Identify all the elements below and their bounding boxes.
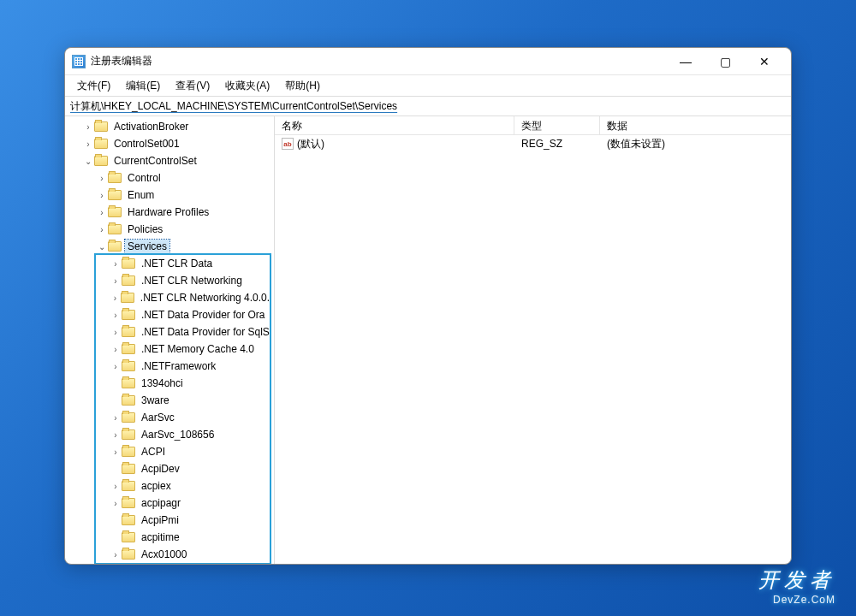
tree-item[interactable]: ›ControlSet001 xyxy=(65,135,274,152)
tree-label: AarSvc xyxy=(139,411,177,424)
expand-icon[interactable]: › xyxy=(110,499,122,508)
folder-icon xyxy=(121,293,134,303)
tree-label: ActivationBroker xyxy=(111,120,191,133)
folder-icon xyxy=(122,429,135,440)
window-title: 注册表编辑器 xyxy=(91,54,666,68)
expand-icon[interactable]: › xyxy=(110,447,122,457)
expand-icon[interactable]: › xyxy=(96,208,108,217)
menu-help[interactable]: 帮助(H) xyxy=(278,77,327,95)
folder-icon xyxy=(122,532,135,542)
tree-label: Enum xyxy=(125,188,157,202)
tree-item[interactable]: 1394ohci xyxy=(65,375,274,392)
expand-icon[interactable]: › xyxy=(110,293,121,303)
tree-item[interactable]: ⌄Services xyxy=(65,238,274,255)
tree-item[interactable]: ›.NET Data Provider for SqlS xyxy=(65,323,274,341)
tree-label: .NET Data Provider for SqlS xyxy=(139,325,272,339)
folder-icon xyxy=(122,275,135,286)
col-name[interactable]: 名称 xyxy=(275,116,514,134)
col-data[interactable]: 数据 xyxy=(600,116,791,134)
list-body: ab(默认)REG_SZ(数值未设置) xyxy=(275,135,791,564)
value-row[interactable]: ab(默认)REG_SZ(数值未设置) xyxy=(275,135,791,152)
tree-item[interactable]: ›.NET CLR Networking 4.0.0. xyxy=(65,289,274,306)
tree-label: Hardware Profiles xyxy=(125,205,211,219)
tree-item[interactable]: ›ActivationBroker xyxy=(65,118,274,135)
expand-icon[interactable]: › xyxy=(110,550,122,560)
regedit-window: 注册表编辑器 — ▢ ✕ 文件(F) 编辑(E) 查看(V) 收藏夹(A) 帮助… xyxy=(64,47,792,565)
expand-icon[interactable]: › xyxy=(110,259,122,269)
expand-icon[interactable]: › xyxy=(110,311,122,320)
tree-label: .NET Memory Cache 4.0 xyxy=(139,342,257,356)
expand-icon[interactable]: › xyxy=(96,191,108,200)
tree-item[interactable]: ›acpiex xyxy=(65,477,274,495)
value-name: (默认) xyxy=(297,137,324,151)
expand-icon[interactable]: ⌄ xyxy=(96,242,108,252)
folder-icon xyxy=(122,378,135,388)
tree-item[interactable]: ›.NETFramework xyxy=(65,358,274,375)
folder-icon xyxy=(122,447,135,457)
tree-item[interactable]: ›Hardware Profiles xyxy=(65,204,274,221)
expand-icon[interactable]: › xyxy=(82,122,94,132)
folder-icon xyxy=(94,139,108,149)
brand-en: DevZe.CoM xyxy=(758,594,835,606)
folder-icon xyxy=(108,173,122,183)
menu-edit[interactable]: 编辑(E) xyxy=(119,77,167,95)
tree-item[interactable]: ›AarSvc_108656 xyxy=(65,426,274,443)
tree-item[interactable]: ›Control xyxy=(65,169,274,187)
tree-item[interactable]: ›.NET CLR Data xyxy=(65,255,274,272)
tree-item[interactable]: ›ACPI xyxy=(65,443,274,460)
expand-icon[interactable]: › xyxy=(110,345,122,354)
folder-icon xyxy=(122,481,135,491)
content-area: ›ActivationBroker›ControlSet001⌄CurrentC… xyxy=(65,116,791,564)
expand-icon[interactable]: › xyxy=(110,362,122,371)
tree-item[interactable]: acpitime xyxy=(65,529,274,546)
tree-item[interactable]: ›Enum xyxy=(65,187,274,204)
tree-item[interactable]: ›.NET CLR Networking xyxy=(65,272,274,289)
expand-icon[interactable]: › xyxy=(110,482,122,491)
close-button[interactable]: ✕ xyxy=(745,49,784,74)
expand-icon[interactable]: › xyxy=(110,430,122,440)
tree-pane[interactable]: ›ActivationBroker›ControlSet001⌄CurrentC… xyxy=(65,116,275,564)
tree-label: Control xyxy=(125,171,163,185)
tree-label: Acx01000 xyxy=(139,548,189,561)
folder-icon xyxy=(122,395,135,406)
titlebar: 注册表编辑器 — ▢ ✕ xyxy=(65,48,791,75)
tree-label: ControlSet001 xyxy=(111,137,182,151)
tree-label: AcpiPmi xyxy=(139,513,181,527)
tree-label: Policies xyxy=(125,222,165,236)
menu-favorites[interactable]: 收藏夹(A) xyxy=(218,77,276,95)
expand-icon[interactable]: › xyxy=(110,276,122,286)
address-bar[interactable]: 计算机\HKEY_LOCAL_MACHINE\SYSTEM\CurrentCon… xyxy=(65,96,791,116)
menu-view[interactable]: 查看(V) xyxy=(169,77,217,95)
tree-item[interactable]: ›Policies xyxy=(65,221,274,238)
expand-icon[interactable]: › xyxy=(96,174,108,183)
folder-icon xyxy=(122,549,135,560)
tree-item[interactable]: ⌄CurrentControlSet xyxy=(65,152,274,169)
folder-icon xyxy=(122,498,135,508)
expand-icon[interactable]: ⌄ xyxy=(82,157,94,166)
expand-icon[interactable]: › xyxy=(96,225,108,234)
value-type: REG_SZ xyxy=(514,138,600,150)
list-header: 名称 类型 数据 xyxy=(275,116,791,135)
tree-label: CurrentControlSet xyxy=(111,154,199,168)
tree-item[interactable]: ›AarSvc xyxy=(65,409,274,426)
window-controls: — ▢ ✕ xyxy=(666,49,784,74)
tree-label: acpitime xyxy=(139,530,182,544)
maximize-button[interactable]: ▢ xyxy=(705,49,745,74)
tree-item[interactable]: AcpiPmi xyxy=(65,512,274,529)
folder-icon xyxy=(122,361,135,371)
menu-file[interactable]: 文件(F) xyxy=(70,77,117,95)
expand-icon[interactable]: › xyxy=(110,413,122,423)
tree-item[interactable]: ›.NET Data Provider for Ora xyxy=(65,306,274,323)
value-data: (数值未设置) xyxy=(600,137,791,151)
expand-icon[interactable]: › xyxy=(82,139,94,149)
tree-item[interactable]: ›.NET Memory Cache 4.0 xyxy=(65,341,274,358)
minimize-button[interactable]: — xyxy=(666,49,705,74)
folder-icon xyxy=(122,258,135,269)
expand-icon[interactable]: › xyxy=(110,328,122,337)
tree-label: acpipagr xyxy=(139,496,183,510)
tree-item[interactable]: ›acpipagr xyxy=(65,495,274,512)
tree-item[interactable]: ›Acx01000 xyxy=(65,546,274,563)
tree-item[interactable]: 3ware xyxy=(65,392,274,409)
tree-item[interactable]: AcpiDev xyxy=(65,460,274,477)
col-type[interactable]: 类型 xyxy=(514,116,600,134)
